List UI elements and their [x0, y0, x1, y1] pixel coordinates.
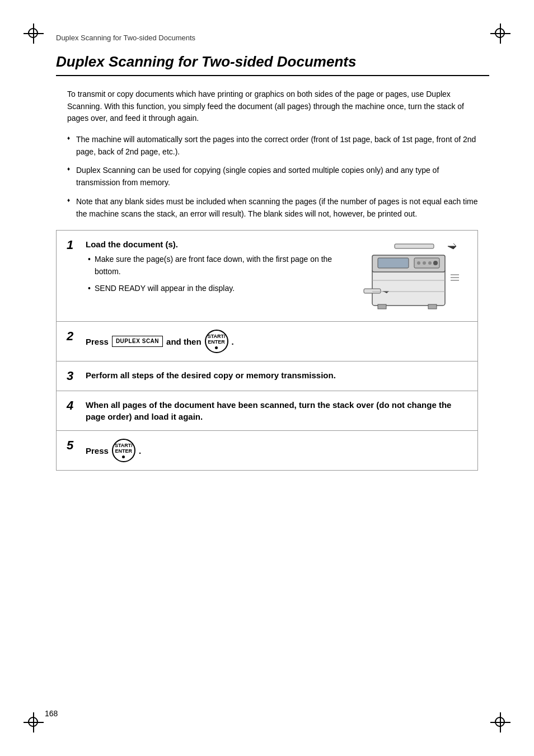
step-4-number: 4 [67, 399, 80, 412]
step-2: 2 Press DUPLEX SCAN and then START/ ENTE… [57, 322, 477, 361]
duplex-scan-button[interactable]: DUPLEX SCAN [112, 336, 163, 347]
page-number: 168 [45, 709, 58, 718]
step-5-header: 5 Press START/ ENTER . [67, 439, 467, 462]
intro-paragraph: To transmit or copy documents which have… [67, 88, 478, 125]
svg-point-5 [423, 261, 426, 265]
step-4: 4 When all pages of the document have be… [57, 391, 477, 431]
step-3: 3 Perform all steps of the desired copy … [57, 361, 477, 391]
breadcrumb: Duplex Scanning for Two-sided Documents [56, 34, 489, 42]
page-title: Duplex Scanning for Two-sided Documents [56, 53, 489, 76]
svg-point-4 [417, 261, 420, 265]
step-2-press-label: Press [86, 337, 109, 346]
bullet-item-1: The machine will automatically sort the … [67, 134, 478, 158]
step-1-bullets: Make sure the page(s) are front face dow… [86, 253, 350, 294]
step-3-content: Perform all steps of the desired copy or… [86, 369, 467, 381]
step-3-title: Perform all steps of the desired copy or… [86, 369, 467, 381]
steps-container: 1 Load the document (s). Make sure the p… [56, 230, 478, 471]
bullet-item-3: Note that any blank sides must be includ… [67, 196, 478, 220]
step-1-inner: Load the document (s). Make sure the pag… [86, 238, 467, 313]
svg-rect-12 [378, 304, 386, 309]
start-enter-5-dot [122, 456, 125, 458]
step-5-number: 5 [67, 439, 80, 452]
step-1-bullet-1: Make sure the page(s) are front face dow… [86, 253, 350, 278]
step-2-header: 2 Press DUPLEX SCAN and then START/ ENTE… [67, 330, 467, 353]
step-5: 5 Press START/ ENTER . [57, 431, 477, 470]
step-2-content: Press DUPLEX SCAN and then START/ ENTER … [86, 330, 467, 353]
step-1-text: Load the document (s). Make sure the pag… [86, 238, 350, 299]
svg-rect-2 [378, 258, 409, 268]
step-1-header: 1 Load the document (s). Make sure the p… [67, 238, 467, 313]
start-enter-button-step2[interactable]: START/ ENTER [205, 330, 228, 353]
start-enter-5-line1: START/ [115, 443, 133, 448]
bullet-list: The machine will automatically sort the … [67, 134, 478, 220]
step-2-line: Press DUPLEX SCAN and then START/ ENTER … [86, 330, 467, 353]
reg-mark-bottom-left [24, 712, 44, 732]
step-3-header: 3 Perform all steps of the desired copy … [67, 369, 467, 383]
step-4-header: 4 When all pages of the document have be… [67, 399, 467, 422]
svg-point-7 [433, 261, 438, 265]
step-1-bullet-2: SEND READY will appear in the display. [86, 283, 350, 295]
step-1-number: 1 [67, 238, 80, 252]
bullet-item-2: Duplex Scanning can be used for copying … [67, 165, 478, 189]
step-5-post-label: . [139, 446, 141, 456]
start-enter-button-step5[interactable]: START/ ENTER [112, 439, 135, 462]
page: Duplex Scanning for Two-sided Documents … [0, 0, 534, 756]
start-enter-dot [215, 346, 218, 349]
reg-mark-bottom-right [490, 712, 510, 732]
step-2-post-label: . [232, 337, 234, 346]
step-5-content: Press START/ ENTER . [86, 439, 467, 462]
step-5-line: Press START/ ENTER . [86, 439, 467, 462]
step-1-content: Load the document (s). Make sure the pag… [86, 238, 467, 313]
step-3-number: 3 [67, 369, 80, 383]
step-1-title: Load the document (s). [86, 238, 350, 250]
svg-point-6 [428, 261, 432, 265]
step-4-title: When all pages of the document have been… [86, 399, 467, 422]
step-2-number: 2 [67, 330, 80, 343]
step-4-content: When all pages of the document have been… [86, 399, 467, 422]
step-1: 1 Load the document (s). Make sure the p… [57, 231, 477, 322]
start-enter-line1: START/ [208, 334, 226, 339]
svg-rect-8 [395, 244, 434, 248]
step-5-press-label: Press [86, 446, 109, 456]
svg-marker-9 [448, 243, 456, 249]
svg-rect-10 [364, 289, 381, 293]
start-enter-5-line2: ENTER [115, 448, 133, 454]
reg-mark-top-right [490, 24, 510, 44]
svg-rect-0 [372, 269, 445, 306]
reg-mark-top-left [24, 24, 44, 44]
machine-illustration [361, 238, 467, 313]
start-enter-line2: ENTER [208, 339, 225, 345]
step-2-and-then-label: and then [166, 337, 202, 346]
svg-rect-13 [428, 304, 437, 309]
